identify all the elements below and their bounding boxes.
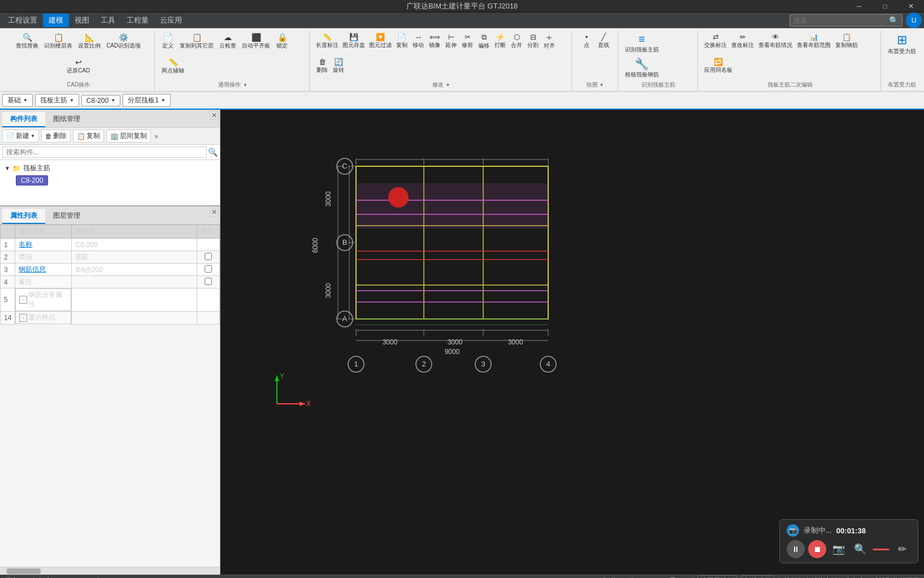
tab-component-list[interactable]: 构件列表 [2, 112, 45, 127]
minimize-button[interactable]: ─ [846, 0, 872, 12]
tab-props-list[interactable]: 属性列表 [2, 209, 45, 224]
h-scrollbar[interactable] [0, 567, 220, 575]
pen-button[interactable]: ✏ [893, 540, 911, 558]
selector-type[interactable]: 筏板主筋▼ [35, 94, 79, 107]
btn-find-replace[interactable]: 🔍查找替换 [14, 32, 41, 51]
btn-check-mark[interactable]: ✏查改标注 [730, 32, 756, 50]
user-avatar[interactable]: U [906, 12, 922, 28]
tree-child-c8-200[interactable]: C8-200 [14, 174, 218, 187]
ribbon: 🔍查找替换 📋识别楼层表 📐设置比例 ⚙️CAD识别选项 ↩还原CAD CAD操… [0, 28, 924, 110]
tab-drawing-management[interactable]: 图纸管理 [45, 112, 88, 127]
menu-item-view[interactable]: 视图 [69, 14, 95, 27]
panel-collapse-btn[interactable]: ✕ [210, 111, 219, 120]
component-list-panel: 构件列表 图纸管理 📄 新建 ▼ 🗑 删除 📋 复制 [0, 110, 220, 206]
panel-collapse-btn2[interactable]: ✕ [210, 208, 219, 217]
tab-layer-mgmt[interactable]: 图层管理 [45, 209, 88, 224]
btn-trim[interactable]: ✂修剪 [459, 32, 475, 50]
btn-cross-layer-select[interactable]: 跨图层选择 [697, 575, 737, 578]
btn-auto-align[interactable]: ⬛自动平齐板 [240, 32, 272, 51]
btn-line[interactable]: ╱直线 [596, 32, 611, 50]
btn-save-element[interactable]: 💾图元存盘 [341, 32, 367, 50]
stop-button[interactable]: ⏹ [808, 540, 826, 558]
btn-copy-rebar[interactable]: 📋复制钢筋 [834, 32, 860, 50]
prop-value-4[interactable] [72, 276, 197, 288]
selector-layer[interactable]: 分层筏板1▼ [123, 94, 171, 107]
btn-new[interactable]: 📄 新建 ▼ [2, 130, 39, 143]
prop-name-1: 名称 [15, 239, 72, 251]
btn-view-rebar-status[interactable]: 👁查看布筋情况 [757, 32, 794, 50]
zoom-button[interactable]: 🔍 [851, 540, 869, 558]
component-search-input[interactable] [2, 146, 207, 158]
svg-text:Y: Y [280, 372, 284, 380]
more-btn[interactable]: » [153, 132, 159, 140]
btn-copy-to-floor[interactable]: 📋复制到其它层 [177, 32, 216, 51]
btn-cloud-check[interactable]: ☁云检查 [217, 32, 238, 51]
btn-extend[interactable]: ⊢延伸 [443, 32, 459, 50]
prop-extra-2 [197, 251, 220, 264]
cad-svg: C B A 1 2 3 4 [220, 110, 924, 575]
maximize-button[interactable]: □ [872, 0, 898, 12]
menu-item-tools[interactable]: 工具 [95, 14, 121, 27]
prop-check-2[interactable] [205, 253, 212, 260]
btn-identify-floor[interactable]: 📋识别楼层表 [42, 32, 75, 51]
btn-delete[interactable]: 🗑删除 [314, 57, 330, 75]
expand-icon-14[interactable]: + [19, 314, 27, 322]
btn-split[interactable]: ⊟分割 [525, 32, 541, 50]
close-button[interactable]: ✕ [898, 0, 924, 12]
draw-line [873, 549, 890, 550]
floor-icon: 📋 [54, 33, 63, 42]
camera-button[interactable]: 📷 [830, 540, 848, 558]
btn-align[interactable]: ⟛对齐 [541, 32, 557, 51]
btn-arc[interactable]: ⌒ [669, 576, 676, 579]
btn-length-mark[interactable]: 📏长度标注 [314, 32, 340, 50]
btn-place-rebar[interactable]: ⊞布置受力筋 [886, 32, 918, 57]
search-input[interactable] [793, 16, 889, 24]
btn-view-rebar-range[interactable]: 📊查看布筋范围 [795, 32, 832, 50]
component-search-icon[interactable]: 🔍 [208, 148, 218, 157]
cad-viewport[interactable]: C B A 1 2 3 4 [220, 110, 924, 575]
btn-cad-options[interactable]: ⚙️CAD识别选项 [104, 32, 143, 51]
btn-floor-copy[interactable]: 🏢 层间复制 [106, 130, 151, 143]
pause-button[interactable]: ⏸ [787, 540, 805, 558]
expand-icon-5[interactable]: + [19, 296, 27, 304]
props-tabs: 属性列表 图层管理 [0, 206, 220, 225]
selector-category[interactable]: 基础▼ [2, 94, 33, 107]
btn-check-rebar[interactable]: 🔧校核筏板钢筋 [623, 56, 661, 80]
selector-spec[interactable]: C8-200▼ [81, 95, 120, 106]
btn-identify-main[interactable]: ≡识别筏板主筋 [623, 32, 661, 55]
btn-apply-same-board[interactable]: 🔁应用同名板 [702, 57, 734, 75]
btn-rotate[interactable]: 🔄旋转 [331, 57, 346, 75]
prop-value-2[interactable]: 底筋 [72, 251, 197, 264]
btn-exchange-mark[interactable]: ⇄交换标注 [702, 32, 728, 50]
btn-two-point-aux[interactable]: 📏两点辅轴 [159, 57, 186, 76]
lock-icon: 🔒 [277, 33, 287, 42]
title-bar: 广联达BIM土建计量平台 GTJ2018 ─ □ ✕ [0, 0, 924, 12]
h-scroll-thumb[interactable] [7, 568, 41, 574]
prop-check-4[interactable] [205, 278, 212, 285]
btn-copy-comp[interactable]: 📋 复制 [73, 130, 104, 143]
menu-item-cloud[interactable]: 云应用 [154, 14, 188, 27]
btn-mirror[interactable]: ⟺镜像 [427, 32, 443, 50]
prop-value-3[interactable]: Φ8@200 [72, 264, 197, 276]
prop-value-1[interactable]: C8-200 [72, 239, 197, 251]
btn-delete-comp[interactable]: 🗑 删除 [41, 130, 71, 143]
menu-item-build[interactable]: 建模 [43, 14, 69, 27]
btn-polyline-select[interactable]: 折线选择 [741, 575, 774, 578]
btn-break[interactable]: ⚡打断 [492, 32, 508, 50]
tree-root[interactable]: ▼ 📁 筏板主筋 [2, 162, 218, 174]
menu-item-settings[interactable]: 工程设置 [2, 14, 43, 27]
btn-merge[interactable]: ⬡合并 [509, 32, 524, 50]
btn-set-scale[interactable]: 📐设置比例 [76, 32, 103, 51]
btn-lock[interactable]: 🔒锁定 [274, 32, 290, 51]
btn-offset[interactable]: ⧉偏移 [476, 32, 492, 51]
btn-define[interactable]: 📄定义 [159, 32, 176, 51]
prop-check-3[interactable] [205, 265, 212, 273]
btn-filter[interactable]: 🔽图元过滤 [367, 32, 393, 50]
btn-point[interactable]: •点 [579, 32, 595, 50]
chip-c8-200[interactable]: C8-200 [16, 175, 48, 186]
menu-item-quantity[interactable]: 工程量 [121, 14, 154, 27]
btn-restore-cad[interactable]: ↩还原CAD [64, 57, 92, 76]
btn-copy[interactable]: 📄复制 [394, 32, 410, 50]
btn-move[interactable]: ↔移动 [410, 32, 426, 50]
svg-text:A: A [342, 314, 348, 323]
